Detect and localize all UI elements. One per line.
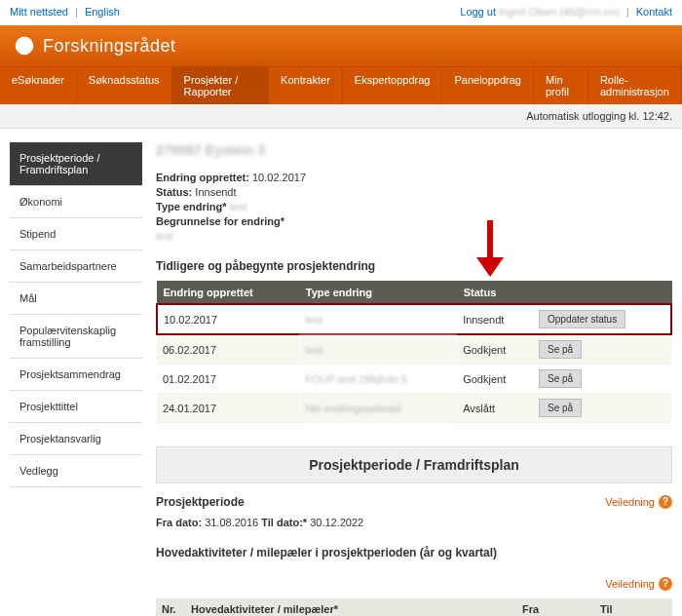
se-pa-button[interactable]: Se på <box>539 399 582 417</box>
veiledning-label: Veiledning <box>605 578 655 590</box>
sidebar-item[interactable]: Prosjekttittel <box>10 391 142 423</box>
sidebar-item[interactable]: Prosjektperiode / Framdriftsplan <box>10 142 142 186</box>
main-nav: eSøknaderSøknadsstatusProsjekter / Rappo… <box>0 66 682 104</box>
cell-type: Nei endringssøknad <box>299 394 457 423</box>
col-fra: Fra <box>516 598 565 616</box>
meta-value: Innsendt <box>195 186 236 198</box>
period-heading: Prosjektperiode <box>156 495 672 509</box>
help-icon: ? <box>659 577 672 591</box>
brand-header: Forskningsrådet <box>0 25 682 66</box>
changes-table: Endring opprettet Type endring Status 10… <box>156 281 672 423</box>
nav-tab[interactable]: Paneloppdrag <box>442 67 534 104</box>
separator: | <box>75 6 78 18</box>
veiledning-label: Veiledning <box>605 496 655 508</box>
meta-label: Endring opprettet: <box>156 172 249 183</box>
nav-tab[interactable]: eSøknader <box>0 67 77 104</box>
link-language[interactable]: English <box>85 6 120 18</box>
user-name: Ingrid Olsen (45@rcn.no) <box>499 6 620 18</box>
link-logg-ut[interactable]: Logg ut <box>460 6 496 18</box>
fra-dato-label: Fra dato: <box>156 517 202 528</box>
meta-begrunnelse-value: test <box>156 230 672 242</box>
milestones-help-row: Veiledning ? <box>156 577 672 591</box>
table-row: 01.02.2017FOUP-test 2Rkjhdo 5GodkjentSe … <box>157 365 671 394</box>
changes-section-title: Tidligere og påbegynte prosjektendring <box>156 259 672 273</box>
col-til: Til <box>594 598 643 616</box>
cell-status: Avslått <box>457 394 533 423</box>
sidebar-item[interactable]: Økonomi <box>10 186 142 218</box>
table-row: 06.02.2017testGodkjentSe på <box>157 334 671 365</box>
meta-label: Status: <box>156 186 192 198</box>
brand-title: Forskningsrådet <box>43 36 176 57</box>
auto-logout-notice: Automatisk utlogging kl. 12:42. <box>0 104 682 129</box>
cell-action: Oppdater status <box>533 304 671 334</box>
col-status: Status <box>457 282 533 305</box>
cell-date: 01.02.2017 <box>157 365 299 394</box>
til-dato-label: Til dato:* <box>261 517 307 528</box>
meta-value: 10.02.2017 <box>252 172 306 183</box>
meta-status: Status: Innsendt <box>156 186 672 198</box>
panel-header-prosjektperiode: Prosjektperiode / Framdriftsplan <box>156 446 672 483</box>
meta-value: test <box>230 201 247 212</box>
col-action <box>533 282 671 305</box>
col-fra-q <box>565 598 594 616</box>
sidebar-item[interactable]: Prosjektsammendrag <box>10 359 142 391</box>
table-row: 10.02.2017testInnsendtOppdater status <box>157 304 671 334</box>
sidebar-item[interactable]: Samarbeidspartnere <box>10 250 142 283</box>
col-endring-opprettet: Endring opprettet <box>157 282 299 305</box>
nav-tab[interactable]: Ekspertoppdrag <box>343 67 443 104</box>
cell-action: Se på <box>533 394 671 423</box>
link-kontakt[interactable]: Kontakt <box>636 6 672 18</box>
separator: | <box>626 6 629 18</box>
nav-tab[interactable]: Kontrakter <box>269 67 343 104</box>
cell-date: 06.02.2017 <box>157 334 299 365</box>
sidebar: Prosjektperiode / FramdriftsplanØkonomiS… <box>10 142 142 616</box>
se-pa-button[interactable]: Se på <box>539 340 582 359</box>
cell-action: Se på <box>533 334 671 365</box>
period-dates: Fra dato: 31.08.2016 Til dato:* 30.12.20… <box>156 517 672 528</box>
col-type-endring: Type endring <box>299 282 457 305</box>
meta-endring-opprettet: Endring opprettet: 10.02.2017 <box>156 172 672 183</box>
content-area: 279067 Eystein 3 Endring opprettet: 10.0… <box>142 142 672 616</box>
top-bar: Mitt nettsted | English Logg ut Ingrid O… <box>0 0 682 25</box>
project-title: 279067 Eystein 3 <box>156 142 672 158</box>
help-icon: ? <box>659 495 672 509</box>
se-pa-button[interactable]: Se på <box>539 369 582 388</box>
cell-status: Innsendt <box>457 304 533 334</box>
til-dato-value: 30.12.2022 <box>310 517 363 528</box>
period-heading-row: Veiledning ? Prosjektperiode <box>156 495 672 517</box>
sidebar-item[interactable]: Mål <box>10 283 142 315</box>
nav-tab[interactable]: Søknadsstatus <box>77 67 172 104</box>
cell-action: Se på <box>533 365 671 394</box>
brand-logo-icon <box>14 35 35 57</box>
cell-date: 24.01.2017 <box>157 394 299 423</box>
col-act: Hovedaktiviteter / milepæler* <box>185 598 516 616</box>
sidebar-item[interactable]: Prosjektansvarlig <box>10 423 142 455</box>
table-row: 24.01.2017Nei endringssøknadAvslåttSe på <box>157 394 671 423</box>
sidebar-item[interactable]: Vedlegg <box>10 455 142 487</box>
cell-type: test <box>299 334 457 365</box>
veiledning-link[interactable]: Veiledning ? <box>605 577 672 591</box>
col-til-q <box>643 598 672 616</box>
nav-tab[interactable]: Prosjekter / Rapporter <box>172 67 269 104</box>
meta-type-endring: Type endring* test <box>156 201 672 212</box>
fra-dato-value: 31.08.2016 <box>205 517 258 528</box>
milestones-heading: Hovedaktiviteter / milepæler i prosjektp… <box>156 546 672 559</box>
meta-label: Begrunnelse for endring* <box>156 215 284 227</box>
meta-label: Type endring* <box>156 201 227 212</box>
nav-tab[interactable]: Min profil <box>534 67 588 104</box>
oppdater-status-button[interactable]: Oppdater status <box>539 310 625 328</box>
col-nr: Nr. <box>156 598 185 616</box>
veiledning-link[interactable]: Veiledning ? <box>605 495 672 509</box>
cell-type: test <box>299 304 457 334</box>
cell-status: Godkjent <box>457 334 533 365</box>
milestones-table: Nr. Hovedaktiviteter / milepæler* Fra Ti… <box>156 598 672 616</box>
meta-begrunnelse: Begrunnelse for endring* <box>156 215 672 227</box>
sidebar-item[interactable]: Stipend <box>10 218 142 250</box>
cell-date: 10.02.2017 <box>157 304 299 334</box>
cell-type: FOUP-test 2Rkjhdo 5 <box>299 365 457 394</box>
sidebar-item[interactable]: Populærvitenskaplig framstilling <box>10 315 142 359</box>
nav-tab[interactable]: Rolle- administrasjon <box>588 67 682 104</box>
link-mitt-nettsted[interactable]: Mitt nettsted <box>10 6 68 18</box>
cell-status: Godkjent <box>457 365 533 394</box>
